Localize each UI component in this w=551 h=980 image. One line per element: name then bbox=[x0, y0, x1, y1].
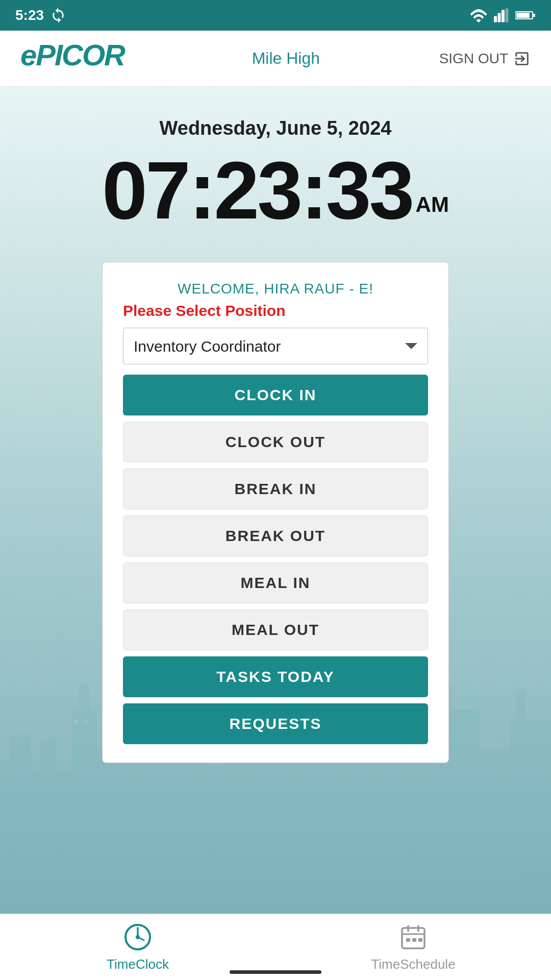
status-time: 5:23 bbox=[15, 7, 44, 23]
nav-item-timeschedule[interactable]: TimeSchedule bbox=[289, 922, 537, 972]
sign-out-icon bbox=[513, 50, 531, 67]
svg-rect-50 bbox=[406, 938, 410, 942]
svg-text:ePICOR: ePICOR bbox=[20, 39, 126, 71]
svg-rect-51 bbox=[412, 938, 416, 942]
meal-out-button[interactable]: MEAL OUT bbox=[123, 609, 428, 650]
svg-rect-3 bbox=[506, 9, 509, 22]
wifi-icon bbox=[469, 8, 488, 22]
svg-rect-1 bbox=[498, 13, 501, 22]
timeschedule-label: TimeSchedule bbox=[371, 957, 455, 972]
meal-in-button[interactable]: MEAL IN bbox=[123, 562, 428, 603]
status-bar: 5:23 bbox=[0, 0, 551, 31]
main-content: Wednesday, June 5, 2024 07:23:33 AM WELC… bbox=[0, 87, 551, 763]
svg-rect-14 bbox=[97, 750, 133, 914]
timeclock-icon bbox=[122, 922, 153, 952]
timeclock-label: TimeClock bbox=[107, 957, 169, 972]
clock-in-button[interactable]: CLOCK IN bbox=[123, 375, 428, 415]
svg-rect-10 bbox=[31, 771, 71, 914]
svg-rect-25 bbox=[327, 755, 357, 914]
tasks-today-button[interactable]: TASKS TODAY bbox=[123, 656, 428, 697]
select-position-label: Please Select Position bbox=[123, 302, 428, 320]
svg-rect-52 bbox=[418, 938, 422, 942]
home-indicator bbox=[230, 970, 321, 974]
timeschedule-icon bbox=[398, 922, 429, 952]
svg-rect-2 bbox=[502, 10, 505, 22]
time-main: 07:23:33 bbox=[102, 150, 412, 231]
sync-icon bbox=[50, 7, 66, 23]
nav-item-timeclock[interactable]: TimeClock bbox=[14, 922, 262, 972]
svg-rect-6 bbox=[533, 14, 535, 17]
action-card: WELCOME, HIRA RAUF - E! Please Select Po… bbox=[102, 262, 449, 763]
requests-button[interactable]: REQUESTS bbox=[123, 703, 428, 744]
sign-out-label: SIGN OUT bbox=[439, 51, 508, 67]
position-select[interactable]: Inventory Coordinator Manager Supervisor… bbox=[123, 328, 428, 364]
time-display: 07:23:33 AM bbox=[102, 150, 449, 231]
battery-icon bbox=[515, 9, 536, 21]
svg-rect-21 bbox=[235, 740, 276, 914]
svg-rect-19 bbox=[209, 766, 235, 914]
svg-rect-0 bbox=[494, 16, 497, 22]
status-bar-left: 5:23 bbox=[15, 7, 66, 23]
break-out-button[interactable]: BREAK OUT bbox=[123, 516, 428, 556]
break-in-button[interactable]: BREAK IN bbox=[123, 469, 428, 509]
status-bar-right bbox=[469, 8, 536, 22]
time-ampm: AM bbox=[416, 192, 449, 217]
svg-rect-31 bbox=[480, 750, 510, 914]
epicor-logo: ePICOR bbox=[20, 39, 133, 78]
company-name: Mile High bbox=[252, 49, 320, 68]
signal-icon bbox=[494, 8, 509, 22]
clock-out-button[interactable]: CLOCK OUT bbox=[123, 422, 428, 462]
sign-out-button[interactable]: SIGN OUT bbox=[439, 50, 531, 67]
date-display: Wednesday, June 5, 2024 bbox=[160, 117, 392, 139]
welcome-message: WELCOME, HIRA RAUF - E! bbox=[123, 281, 428, 297]
svg-rect-8 bbox=[0, 761, 31, 914]
app-header: ePICOR Mile High SIGN OUT bbox=[0, 31, 551, 87]
main-background: Wednesday, June 5, 2024 07:23:33 AM WELC… bbox=[0, 87, 551, 914]
svg-rect-5 bbox=[516, 13, 530, 18]
